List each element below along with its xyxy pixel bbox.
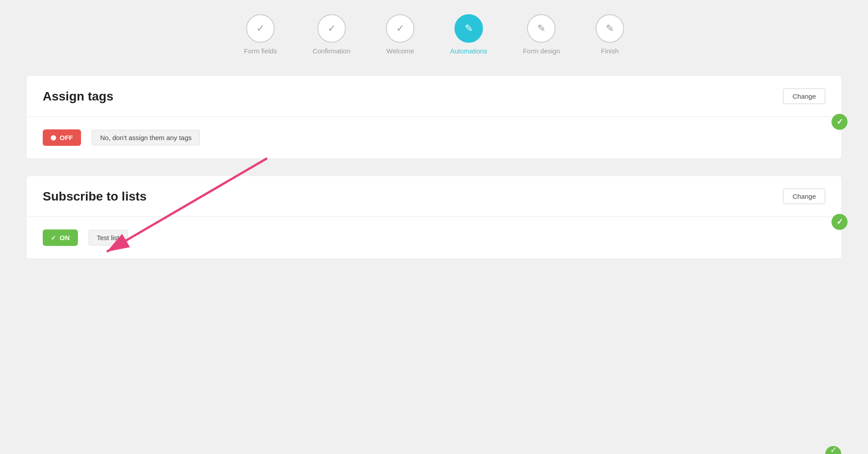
step-circle-welcome: ✓: [386, 14, 414, 43]
subscribe-lists-change-button[interactable]: Change: [783, 189, 825, 204]
step-label-confirmation: Confirmation: [312, 47, 350, 55]
subscribe-lists-toggle[interactable]: ✓ ON: [43, 229, 78, 246]
subscribe-lists-header: Subscribe to lists Change: [27, 176, 841, 217]
assign-tags-title: Assign tags: [43, 89, 114, 104]
subscribe-lists-pill: Test list: [89, 230, 128, 245]
step-confirmation[interactable]: ✓ Confirmation: [312, 14, 350, 55]
step-label-finish: Finish: [601, 47, 619, 55]
step-label-form-design: Form design: [523, 47, 560, 55]
step-form-fields[interactable]: ✓ Form fields: [244, 14, 277, 55]
assign-tags-pill: No, don't assign them any tags: [92, 130, 200, 145]
assign-tags-toggle[interactable]: OFF: [43, 129, 81, 146]
step-circle-confirmation: ✓: [317, 14, 346, 43]
step-circle-finish: ✎: [596, 14, 624, 43]
subscribe-lists-title: Subscribe to lists: [43, 189, 146, 204]
assign-tags-wrapper: Assign tags Change OFF No, don't assign …: [27, 76, 841, 167]
step-automations[interactable]: ✎ Automations: [450, 14, 487, 55]
toggle-dot-icon: [51, 135, 56, 141]
assign-tags-check-badge: ✓: [831, 114, 848, 130]
step-finish[interactable]: ✎ Finish: [596, 14, 624, 55]
step-label-welcome: Welcome: [386, 47, 414, 55]
subscribe-lists-card: Subscribe to lists Change ✓ ON Test list: [27, 176, 841, 258]
step-label-form-fields: Form fields: [244, 47, 277, 55]
subscribe-lists-row: ✓ ON Test list: [43, 229, 825, 246]
bottom-check-badge: ✓: [825, 446, 841, 454]
wizard-steps: ✓ Form fields ✓ Confirmation ✓ Welcome ✎…: [0, 0, 868, 67]
step-label-automations: Automations: [450, 47, 487, 55]
assign-tags-toggle-label: OFF: [60, 134, 73, 141]
assign-tags-header: Assign tags Change: [27, 76, 841, 117]
step-circle-automations: ✎: [454, 14, 483, 43]
main-content: Assign tags Change OFF No, don't assign …: [0, 67, 868, 285]
step-circle-form-design: ✎: [527, 14, 556, 43]
step-circle-form-fields: ✓: [246, 14, 275, 43]
assign-tags-card: Assign tags Change OFF No, don't assign …: [27, 76, 841, 158]
step-form-design[interactable]: ✎ Form design: [523, 14, 560, 55]
subscribe-lists-toggle-label: ON: [60, 234, 70, 241]
assign-tags-body: OFF No, don't assign them any tags: [27, 117, 841, 158]
step-welcome[interactable]: ✓ Welcome: [386, 14, 414, 55]
subscribe-lists-body: ✓ ON Test list: [27, 217, 841, 258]
subscribe-lists-wrapper: Subscribe to lists Change ✓ ON Test list…: [27, 176, 841, 267]
toggle-check-icon: ✓: [51, 234, 56, 241]
subscribe-lists-check-badge: ✓: [831, 214, 848, 230]
assign-tags-change-button[interactable]: Change: [783, 88, 825, 104]
assign-tags-row: OFF No, don't assign them any tags: [43, 129, 825, 146]
